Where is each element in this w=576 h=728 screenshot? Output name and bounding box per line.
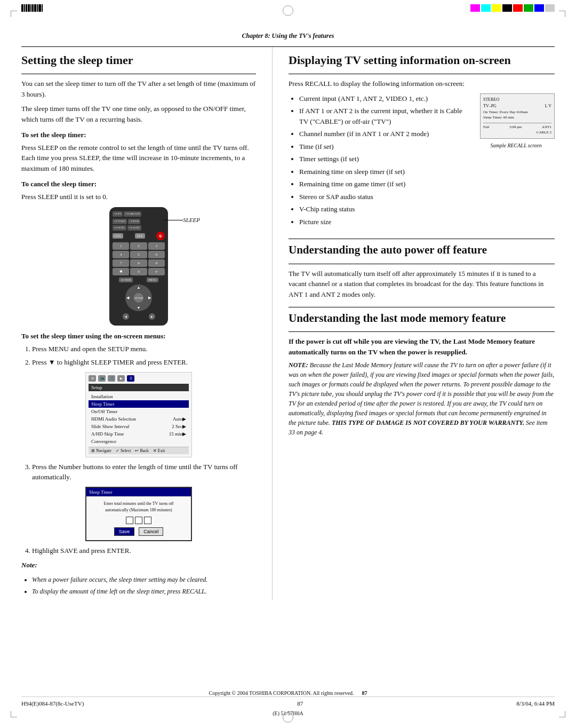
icon-2: 📺 <box>98 375 106 382</box>
sleep-timer-title: Setting the sleep timer <box>21 53 256 67</box>
recall-ant1: ANT1 <box>542 124 551 130</box>
recall-row-5: Full 5:09 pm ANT1 <box>483 124 551 130</box>
icon-3: 🎵 <box>108 375 115 382</box>
color-mark-cyan <box>481 4 491 12</box>
remote-btn-ccg: CCG <box>113 233 123 239</box>
right-column: Displaying TV setting information on-scr… <box>272 47 555 600</box>
two-col-layout: Setting the sleep timer You can set the … <box>21 47 555 600</box>
barcode-top <box>21 4 43 12</box>
remote-next-btn[interactable]: ▶ <box>149 313 155 320</box>
remote-container: • 0 TV • 0 CBL/SAT • 0 VCR/8 • 0 DVD • 0… <box>21 207 256 326</box>
remote-prev-btn[interactable]: ◀ <box>123 313 129 320</box>
remote-num-hash[interactable]: # <box>148 268 165 275</box>
cancel-button[interactable]: Cancel <box>139 527 163 536</box>
color-mark-red <box>513 4 523 12</box>
auto-power-para: The TV will automatically turn itself of… <box>289 268 555 300</box>
remote-top-labels: • 0 TV • 0 CBL/SAT <box>113 211 165 217</box>
color-mark-magenta <box>470 4 480 12</box>
recall-stereo: STEREO <box>483 97 499 103</box>
remote-num-7[interactable]: 7 <box>113 259 129 267</box>
remote-bottom-row: ◀ ▶ <box>113 313 165 320</box>
sleep-digit-1[interactable] <box>126 517 133 524</box>
remote-aux-btns: • 0 AUX1 • 0 AUX2 <box>113 225 165 231</box>
step-3: Press the Number buttons to enter the le… <box>32 462 256 482</box>
color-mark-blue <box>534 4 544 12</box>
remote-menu-btn[interactable]: MENU <box>147 278 159 282</box>
sleep-digit-2[interactable] <box>135 517 142 524</box>
footer-right: 8/3/04, 6:44 PM <box>516 700 555 707</box>
step-4: Highlight SAVE and press ENTER. <box>32 545 256 556</box>
copyright: Copyright © 2004 TOSHIBA CORPORATION. Al… <box>209 690 367 696</box>
color-mark-gray <box>545 4 555 12</box>
remote-btn-aux2: • 0 AUX2 <box>127 225 141 231</box>
note-bullet-2: To display the amount of time left on th… <box>32 587 256 596</box>
remote-btn-tv: • 0 TV <box>113 211 123 217</box>
remote-num-6[interactable]: 6 <box>148 251 165 258</box>
remote-enter-btn[interactable]: ENTER <box>134 293 143 303</box>
remote-nav-ring[interactable]: ▲ ▼ ◀ ▶ ENTER <box>125 284 152 311</box>
note-body-text: Because the Last Mode Memory feature wil… <box>289 361 554 426</box>
remote-num-4[interactable]: 4 <box>113 251 129 258</box>
menu-item-installation: Installation <box>89 393 189 400</box>
last-mode-divider-2 <box>289 331 555 332</box>
note-bullets-list: When a power failure occurs, the sleep t… <box>32 575 256 596</box>
remote-mid-btns: ACTION MENU <box>113 278 165 282</box>
auto-power-title: Understanding the auto power off feature <box>289 243 555 257</box>
icon-5-selected: ☰ <box>127 375 134 382</box>
menu-item-hdmi-audio: HDMI Audio SelectionAuto▶ <box>89 415 189 423</box>
model-text: (E) 51/57H0A <box>273 710 303 716</box>
setup-steps: Press MENU and open the SETUP menu. Pres… <box>32 344 256 368</box>
display-bullet-9: V-Chip rating status <box>299 204 555 215</box>
recall-row-6: CABLE 2 <box>483 130 551 136</box>
remote-num-0[interactable]: 0 <box>130 268 147 275</box>
setup-menu-title-bar: Setup <box>89 384 189 391</box>
footer-center: 87 <box>297 700 303 707</box>
recall-row-2: TV–PG L V <box>483 103 551 109</box>
sleep-timer-instruction: Enter total minutes until the TV turns o… <box>92 501 186 513</box>
sleep-timer-dialog: Sleep Timer Enter total minutes until th… <box>85 487 192 541</box>
remote-action-btn[interactable]: ACTION <box>119 278 133 282</box>
sleep-intro-2: The sleep timer turns off the TV one tim… <box>21 104 256 124</box>
menu-item-slideshow: Slide Show Interval2 Sec▶ <box>89 423 189 430</box>
recall-bottom-divider <box>483 123 551 123</box>
recall-tvpg: TV–PG <box>483 103 497 109</box>
remote-num-star[interactable]: ✱ <box>113 268 129 275</box>
copyright-text: Copyright © 2004 TOSHIBA CORPORATION. Al… <box>209 690 354 696</box>
remote-nav-area: ▲ ▼ ◀ ▶ ENTER <box>113 284 165 311</box>
display-bullet-10: Picture size <box>299 217 555 227</box>
remote-num-3[interactable]: 3 <box>148 242 165 250</box>
remote-num-2[interactable]: 2 <box>130 242 147 250</box>
chapter-header: Chapter 8: Using the TV's features <box>21 16 555 40</box>
menu-item-convergence: Convergence <box>89 438 189 445</box>
remote-mode-btns: • 0 VCR/8 • 0 DVD <box>113 219 165 224</box>
display-title-text: Displaying TV setting information on-scr… <box>289 53 511 67</box>
remote-btn-dvd: • 0 DVD <box>128 219 141 224</box>
note-label: Note: <box>21 560 256 571</box>
menu-item-ahd-skip: A/HD Skip Time15 min▶ <box>89 430 189 438</box>
sleep-timer-input-row <box>92 517 186 524</box>
corner-mark-tr <box>559 11 565 17</box>
color-marks-top <box>470 4 555 12</box>
remote-num-8[interactable]: 8 <box>130 259 147 267</box>
corner-mark-bl <box>11 711 17 717</box>
display-section-title: Displaying TV setting information on-scr… <box>289 53 555 67</box>
step-2: Press ▼ to highlight SLEEP TIMER and pre… <box>32 357 256 368</box>
note-bullet-1: When a power failure occurs, the sleep t… <box>32 575 256 584</box>
display-bullet-5: Timer settings (if set) <box>299 154 555 164</box>
remote-num-9[interactable]: 9 <box>148 259 165 267</box>
recall-cable2: CABLE 2 <box>537 130 551 136</box>
reg-circle-top <box>283 5 293 16</box>
remote-btn-cbl: • 0 CBL/SAT <box>124 211 141 217</box>
remote-power-row: CCG CLS ⏻ <box>113 232 165 240</box>
remote-power-btn[interactable]: ⏻ <box>156 232 165 240</box>
note-section: Note: When a power failure occurs, the s… <box>21 560 256 596</box>
page-footer: H94(E)084-87(8c-UseTV) 87 8/3/04, 6:44 P… <box>21 697 555 707</box>
last-mode-bold-para: If the power is cut off while you are vi… <box>289 336 555 357</box>
remote-num-1[interactable]: 1 <box>113 242 129 250</box>
nav-select: ✓ Select <box>116 448 131 453</box>
left-column: Setting the sleep timer You can set the … <box>21 47 256 600</box>
sleep-digit-3[interactable] <box>144 517 151 524</box>
save-button[interactable]: Save <box>114 527 135 536</box>
sleep-timer-dialog-title: Sleep Timer <box>86 488 191 496</box>
remote-num-5[interactable]: 5 <box>130 251 147 258</box>
